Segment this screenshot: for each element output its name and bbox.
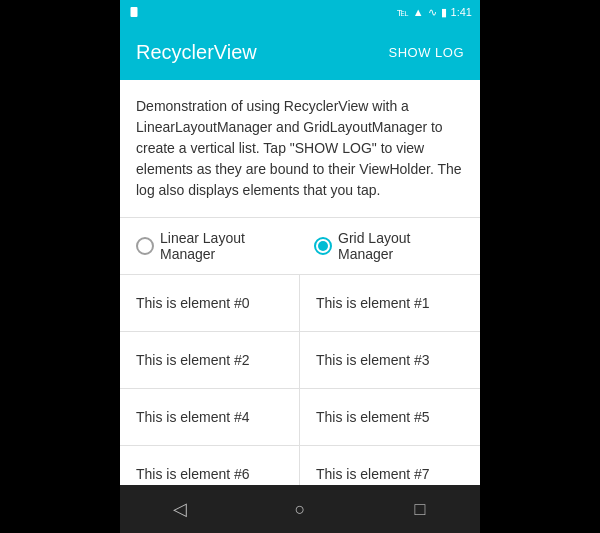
status-bar: ℡ ▲ ∿ ▮ 1:41 [120, 0, 480, 24]
time-display: 1:41 [451, 6, 472, 18]
back-button[interactable]: ◁ [160, 489, 200, 529]
wifi-icon: ∿ [428, 6, 437, 19]
grid-layout-option[interactable]: Grid Layout Manager [314, 230, 464, 262]
grid-item[interactable]: This is element #0 [120, 275, 300, 332]
recycler-grid: This is element #0This is element #1This… [120, 275, 480, 485]
recents-button[interactable]: □ [400, 489, 440, 529]
grid-item[interactable]: This is element #3 [300, 332, 480, 389]
grid-layout-label: Grid Layout Manager [338, 230, 464, 262]
toolbar: RecyclerView SHOW LOG [120, 24, 480, 80]
linear-layout-option[interactable]: Linear Layout Manager [136, 230, 298, 262]
grid-radio-button[interactable] [314, 237, 332, 255]
app-title: RecyclerView [136, 41, 257, 64]
layout-manager-radio-group: Linear Layout Manager Grid Layout Manage… [120, 218, 480, 275]
grid-item[interactable]: This is element #1 [300, 275, 480, 332]
grid-item[interactable]: This is element #6 [120, 446, 300, 485]
phone-frame: ℡ ▲ ∿ ▮ 1:41 RecyclerView SHOW LOG Demon… [120, 0, 480, 533]
status-bar-left [128, 6, 140, 18]
grid-item[interactable]: This is element #7 [300, 446, 480, 485]
description-text: Demonstration of using RecyclerView with… [120, 80, 480, 218]
nav-bar: ◁ ○ □ [120, 485, 480, 533]
grid-item[interactable]: This is element #2 [120, 332, 300, 389]
home-button[interactable]: ○ [280, 489, 320, 529]
status-bar-right: ℡ ▲ ∿ ▮ 1:41 [397, 6, 472, 19]
battery-icon: ▮ [441, 6, 447, 19]
show-log-button[interactable]: SHOW LOG [388, 45, 464, 60]
grid-item[interactable]: This is element #4 [120, 389, 300, 446]
linear-radio-button[interactable] [136, 237, 154, 255]
bluetooth-icon: ℡ [397, 6, 409, 19]
linear-layout-label: Linear Layout Manager [160, 230, 298, 262]
grid-item[interactable]: This is element #5 [300, 389, 480, 446]
sim-icon [128, 6, 140, 18]
signal-icon: ▲ [413, 6, 424, 18]
svg-rect-0 [131, 7, 138, 17]
